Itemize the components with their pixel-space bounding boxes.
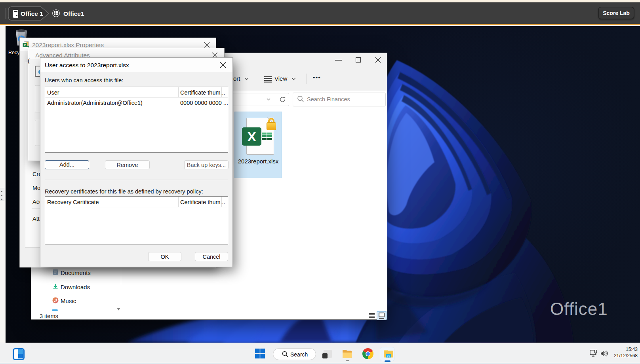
svg-text:x: x — [24, 43, 26, 47]
